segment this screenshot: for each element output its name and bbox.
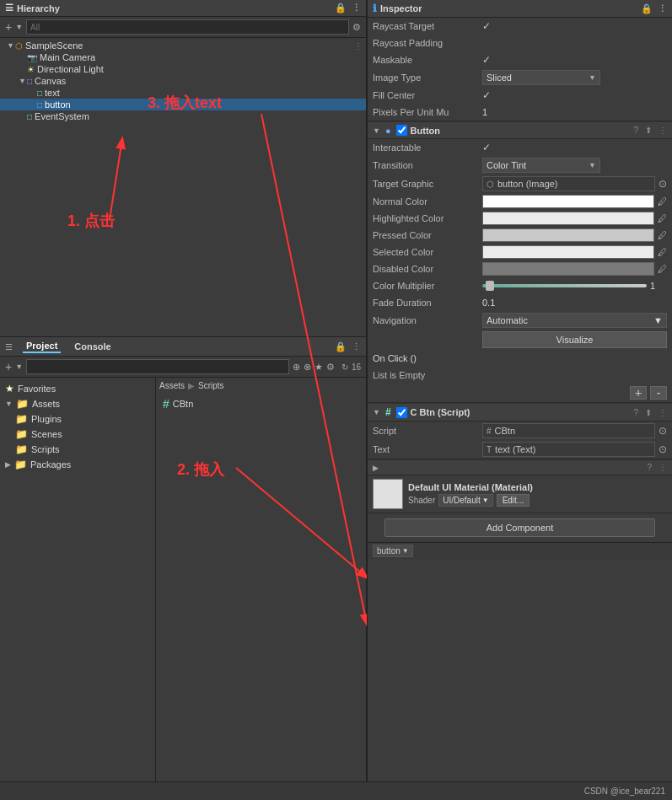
hierarchy-search[interactable]: [26, 19, 349, 35]
assets-folder-icon: 📁: [16, 398, 29, 410]
project-filter4-icon[interactable]: ⚙: [326, 362, 335, 373]
filter-icon[interactable]: ⚙: [352, 22, 361, 33]
normal-color-pick-icon[interactable]: 🖊: [658, 196, 667, 207]
target-graphic-value: ⬡ button (Image) ⊙: [482, 176, 667, 191]
cbtn-overflow-icon[interactable]: ⋮: [659, 408, 667, 417]
image-type-dropdown[interactable]: Sliced ▼: [482, 70, 600, 85]
material-help-icon[interactable]: ?: [647, 463, 652, 472]
tree-item-button[interactable]: □ button: [0, 99, 366, 110]
sidebar-item-favorites[interactable]: ★ Favorites: [0, 381, 155, 396]
tree-item-samplescene[interactable]: ▼ ⬡ SampleScene ⋮: [0, 40, 366, 51]
sidebar-item-scenes[interactable]: 📁 Scenes: [0, 427, 155, 442]
project-filter2-icon[interactable]: ⊗: [304, 362, 311, 373]
tree-item-directional-light[interactable]: ☀ Directional Light: [0, 63, 366, 75]
tree-item-main-camera[interactable]: 📷 Main Camera: [0, 51, 366, 63]
visualize-button[interactable]: Visualize: [482, 331, 667, 348]
navigation-dropdown[interactable]: Automatic ▼: [482, 313, 667, 328]
bottom-object-dropdown[interactable]: button ▼: [373, 545, 413, 557]
transition-dropdown[interactable]: Color Tint ▼: [482, 158, 600, 173]
text-field[interactable]: T text (Text): [482, 442, 655, 457]
scene-menu[interactable]: ⋮: [354, 41, 363, 51]
hierarchy-menu-icon[interactable]: ⋮: [352, 3, 361, 13]
cbtn-component-header[interactable]: ▼ # C Btn (Script) ? ⬆ ⋮: [368, 403, 672, 421]
disabled-color-pick-icon[interactable]: 🖊: [658, 264, 667, 274]
material-component-header[interactable]: ▶ ? ⋮: [368, 459, 672, 475]
target-graphic-label: Target Graphic: [373, 179, 482, 189]
cbtn-enabled-checkbox[interactable]: [396, 407, 407, 418]
sidebar-item-scripts[interactable]: 📁 Scripts: [0, 442, 155, 457]
target-graphic-field[interactable]: ⬡ button (Image): [482, 176, 655, 191]
tree-item-canvas[interactable]: ▼ □ Canvas: [0, 75, 366, 87]
material-info-row: Default UI Material (Material) Shader UI…: [368, 475, 672, 513]
add-icon[interactable]: +: [5, 20, 12, 34]
color-multiplier-slider[interactable]: 1: [482, 281, 667, 291]
fill-center-label: Fill Center: [373, 90, 482, 100]
inspector-menu-icon[interactable]: ⋮: [658, 3, 667, 14]
normal-color-swatch[interactable]: [482, 195, 654, 208]
inspector-lock-icon[interactable]: 🔒: [641, 3, 653, 14]
sidebar-item-plugins[interactable]: 📁 Plugins: [0, 411, 155, 427]
button-overflow-icon[interactable]: ⋮: [659, 126, 667, 135]
target-graphic-pick-button[interactable]: ⊙: [659, 178, 667, 190]
image-type-arrow-icon: ▼: [589, 73, 596, 82]
color-multiplier-value: 1: [482, 281, 667, 291]
material-overflow-icon[interactable]: ⋮: [659, 463, 667, 472]
tab-console[interactable]: Console: [71, 341, 114, 352]
pressed-color-swatch[interactable]: [482, 228, 654, 242]
button-section: ▼ ● Button ? ⬆ ⋮ Interactable ✓ Transiti…: [368, 121, 672, 403]
project-menu-icon[interactable]: ⋮: [352, 341, 361, 352]
add-component-button[interactable]: Add Component: [384, 518, 655, 537]
script-row: Script # CBtn ⊙: [368, 421, 672, 440]
shader-text: UI/Default: [443, 496, 480, 505]
transition-value: Color Tint ▼: [482, 158, 667, 173]
sidebar-item-packages[interactable]: ▶ 📁 Packages: [0, 457, 155, 472]
highlighted-color-pick-icon[interactable]: 🖊: [658, 213, 667, 223]
highlighted-color-swatch[interactable]: [482, 212, 654, 225]
disabled-color-swatch[interactable]: [482, 262, 654, 276]
interactable-check[interactable]: ✓: [482, 142, 491, 153]
cbtn-script-item[interactable]: # CBtn: [159, 395, 363, 412]
selected-color-pick-icon[interactable]: 🖊: [658, 247, 667, 257]
tab-project[interactable]: Project: [23, 340, 61, 353]
project-search[interactable]: [26, 359, 289, 374]
project-lock-icon[interactable]: 🔒: [335, 341, 347, 352]
material-toggle-arrow-icon: ▶: [373, 464, 379, 472]
project-add-icon[interactable]: +: [5, 360, 12, 373]
sidebar-item-assets[interactable]: ▼ 📁 Assets: [0, 396, 155, 411]
text-pick-button[interactable]: ⊙: [659, 443, 667, 455]
button-enabled-checkbox[interactable]: [396, 125, 407, 136]
button-component-header[interactable]: ▼ ● Button ? ⬆ ⋮: [368, 121, 672, 139]
script-field[interactable]: # CBtn: [482, 423, 655, 438]
dropdown-arrow[interactable]: ▼: [15, 23, 23, 31]
hierarchy-lock-icon[interactable]: 🔒: [335, 3, 347, 13]
project-filter3-icon[interactable]: ★: [314, 362, 323, 373]
raycast-target-label: Raycast Target: [373, 21, 482, 31]
edit-shader-button[interactable]: Edit...: [497, 494, 530, 507]
button-help-icon[interactable]: ?: [633, 126, 638, 135]
fill-center-check[interactable]: ✓: [482, 89, 491, 101]
target-graphic-ref-icon: ⬡: [487, 180, 494, 189]
project-filter1-icon[interactable]: ⊕: [293, 362, 300, 373]
list-add-button[interactable]: +: [630, 386, 647, 400]
selected-color-swatch[interactable]: [482, 245, 654, 259]
breadcrumb-assets[interactable]: Assets: [159, 381, 185, 390]
script-pick-button[interactable]: ⊙: [659, 425, 667, 437]
script-label: Script: [373, 426, 482, 436]
target-graphic-text: button (Image): [497, 179, 558, 189]
tree-item-text[interactable]: □ text: [0, 87, 366, 99]
plugins-folder-icon: 📁: [15, 413, 28, 425]
maskable-row: Maskable ✓: [368, 51, 672, 68]
pressed-color-pick-icon[interactable]: 🖊: [658, 230, 667, 240]
cbtn-help-icon[interactable]: ?: [633, 408, 638, 417]
raycast-target-check[interactable]: ✓: [482, 20, 491, 32]
project-dropdown-icon[interactable]: ▼: [15, 362, 23, 371]
bottom-object-text: button: [377, 546, 401, 556]
button-settings-icon[interactable]: ⬆: [645, 126, 652, 135]
cbtn-settings-icon[interactable]: ⬆: [645, 408, 652, 417]
material-preview: [373, 479, 403, 509]
breadcrumb-scripts[interactable]: Scripts: [198, 381, 224, 390]
list-remove-button[interactable]: -: [650, 386, 667, 400]
tree-item-eventsystem[interactable]: □ EventSystem: [0, 110, 366, 122]
maskable-check[interactable]: ✓: [482, 54, 491, 66]
shader-dropdown[interactable]: UI/Default ▼: [438, 494, 492, 507]
